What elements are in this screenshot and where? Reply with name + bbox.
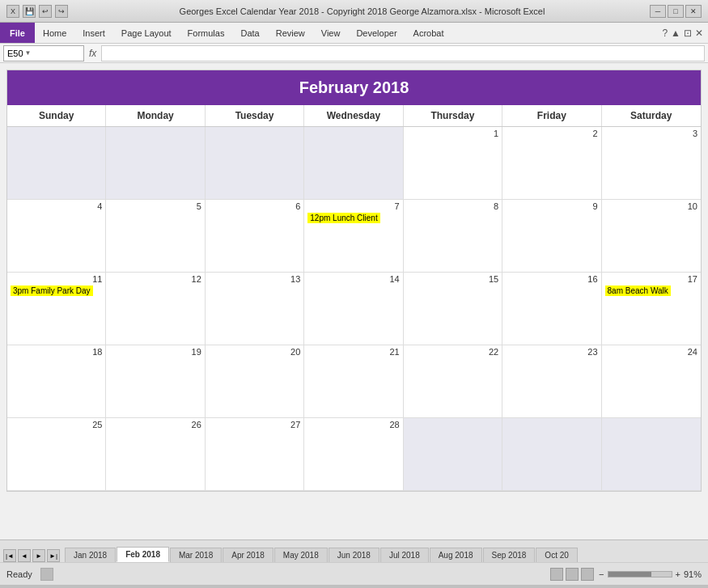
day-header-tuesday: Tuesday [206,105,304,126]
page-break-icon[interactable] [581,568,594,581]
zoom-minus-icon[interactable]: − [599,569,604,579]
day-number: 9 [506,201,597,211]
calendar-cell[interactable]: 178am Beach Walk [602,273,701,345]
name-box[interactable]: E50 ▼ [3,45,84,61]
file-menu-button[interactable]: File [0,23,35,43]
calendar-cell[interactable]: 15 [404,273,502,345]
day-number: 4 [11,201,102,211]
help-icon[interactable]: ? [662,27,668,39]
day-number: 6 [209,201,300,211]
event-tag[interactable]: 12pm Lunch Client [307,213,379,223]
name-box-arrow[interactable]: ▼ [25,49,32,57]
day-number: 19 [109,347,201,357]
page-icon [40,568,53,581]
formula-input[interactable] [101,45,705,61]
window-btn-1[interactable]: ⊡ [684,27,692,39]
menu-formulas[interactable]: Formulas [180,26,233,40]
calendar-cell[interactable]: 16 [502,273,601,345]
zoom-plus-icon[interactable]: + [676,569,680,579]
calendar-cell[interactable]: 24 [602,345,701,418]
calendar-cell[interactable]: 2 [502,127,601,200]
sheet-tab[interactable]: Apr 2018 [223,548,273,562]
sheet-tab[interactable]: Sep 2018 [483,548,536,562]
restore-button[interactable]: □ [668,5,684,18]
menu-acrobat[interactable]: Acrobat [405,26,452,40]
tab-next-button[interactable]: ► [32,549,45,562]
sheet-tab[interactable]: Aug 2018 [430,548,482,562]
undo-icon[interactable]: ↩ [39,5,52,18]
tab-navigation: |◄ ◄ ► ►| [3,549,60,562]
calendar-cell[interactable] [602,418,701,491]
tab-prev-button[interactable]: ◄ [18,549,31,562]
calendar-cell[interactable]: 1 [404,127,502,200]
sheet-tab[interactable]: Mar 2018 [170,548,222,562]
sheet-tab[interactable]: May 2018 [274,548,328,562]
day-number: 23 [506,347,597,357]
calendar-cell[interactable]: 26 [106,418,205,491]
calendar-cell[interactable]: 9 [502,200,601,273]
menu-home[interactable]: Home [35,26,74,40]
minimize-ribbon-icon[interactable]: ▲ [671,27,680,39]
save-icon[interactable]: 💾 [23,5,36,18]
calendar-cell[interactable]: 23 [502,345,601,418]
menu-insert[interactable]: Insert [74,26,113,40]
calendar-cell[interactable]: 28 [304,418,403,491]
zoom-slider[interactable] [608,571,672,577]
sheet-tab[interactable]: Jun 2018 [329,548,379,562]
day-header-wednesday: Wednesday [304,105,403,126]
menu-review[interactable]: Review [268,26,313,40]
menu-developer[interactable]: Developer [348,26,405,40]
event-tag[interactable]: 3pm Family Park Day [11,286,93,296]
layout-icons [550,568,594,581]
calendar-cell[interactable]: 19 [106,345,205,418]
menu-data[interactable]: Data [232,26,267,40]
calendar-cell[interactable]: 12 [106,273,205,345]
tab-last-button[interactable]: ►| [47,549,60,562]
calendar-cell[interactable]: 8 [404,200,502,273]
calendar-cell[interactable] [106,127,205,200]
calendar-cell[interactable]: 4 [7,200,106,273]
calendar-cell[interactable] [206,127,304,200]
menu-view[interactable]: View [313,26,349,40]
calendar-cell[interactable]: 27 [206,418,304,491]
sheet-tab[interactable]: Jul 2018 [380,548,429,562]
calendar-cell[interactable]: 5 [106,200,205,273]
calendar-cell[interactable] [304,127,403,200]
calendar-cell[interactable]: 13 [206,273,304,345]
window-btn-2[interactable]: ✕ [695,27,703,39]
page-layout-icon[interactable] [566,568,579,581]
title-bar: X 💾 ↩ ↪ Georges Excel Calendar Year 2018… [0,0,708,23]
menu-page-layout[interactable]: Page Layout [113,26,180,40]
day-header-saturday: Saturday [602,105,701,126]
minimize-button[interactable]: ─ [650,5,666,18]
close-button[interactable]: ✕ [685,5,702,18]
calendar-cell[interactable]: 22 [404,345,502,418]
calendar-cell[interactable]: 10 [602,200,701,273]
tab-first-button[interactable]: |◄ [3,549,16,562]
calendar-cell[interactable] [404,418,502,491]
sheet-tab[interactable]: Feb 2018 [117,547,169,562]
event-tag[interactable]: 8am Beach Walk [605,286,671,296]
day-header-friday: Friday [502,105,601,126]
calendar-cell[interactable]: 6 [206,200,304,273]
calendar-cell[interactable]: 18 [7,345,106,418]
calendar-cell[interactable]: 14 [304,273,403,345]
sheet-tab[interactable]: Jan 2018 [65,548,116,562]
day-number: 10 [605,201,697,211]
redo-icon[interactable]: ↪ [55,5,68,18]
calendar-cell[interactable]: 3 [602,127,701,200]
calendar-cell[interactable]: 21 [304,345,403,418]
calendar-cell[interactable] [502,418,601,491]
calendar-cell[interactable]: 712pm Lunch Client [304,200,403,273]
calendar-cell[interactable]: 113pm Family Park Day [7,273,106,345]
calendar-cell[interactable]: 25 [7,418,106,491]
calendar-cell[interactable]: 20 [206,345,304,418]
status-bar: Ready − + 91% [0,562,708,585]
calendar-cell[interactable] [7,127,106,200]
excel-icon: X [6,5,19,18]
day-number: 26 [109,420,201,429]
normal-view-icon[interactable] [550,568,563,581]
sheet-tab[interactable]: Oct 20 [536,548,577,562]
zoom-level: 91% [684,569,702,579]
calendar-container: February 2018 Sunday Monday Tuesday Wedn… [6,70,702,492]
